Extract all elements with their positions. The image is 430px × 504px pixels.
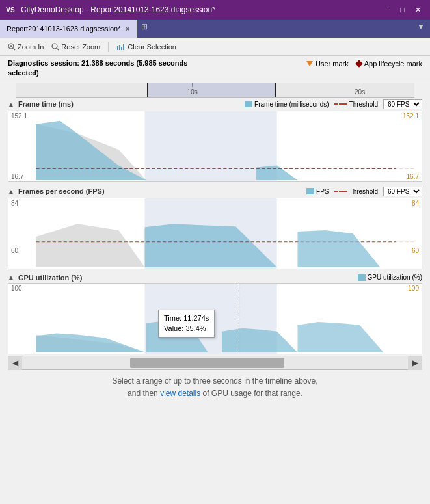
- fps-collapse[interactable]: ▲: [8, 188, 14, 195]
- scroll-right-button[interactable]: ▶: [408, 356, 422, 370]
- tab-diagsession[interactable]: Report20141013-1623.diagsession* ✕: [0, 20, 137, 38]
- tooltip-time: Time: 11.274s: [164, 313, 209, 324]
- tab-close-icon[interactable]: ✕: [125, 25, 130, 33]
- toolbar: Zoom In Reset Zoom Clear Selection: [0, 38, 430, 56]
- ruler-10s: 10s: [187, 83, 198, 96]
- user-mark-icon: [306, 61, 313, 66]
- frame-time-y-axis: 152.1 16.7: [8, 111, 34, 181]
- scroll-left-button[interactable]: ◀: [8, 356, 22, 370]
- timeline-ruler[interactable]: 10s 20s: [16, 83, 414, 98]
- close-button[interactable]: ✕: [411, 3, 425, 16]
- range-end-marker: [275, 83, 276, 97]
- ruler-tick: [192, 83, 193, 87]
- markers-legend: User mark App lifecycle mark: [306, 60, 422, 68]
- tooltip: Time: 11.274s Value: 35.4%: [158, 310, 215, 338]
- frame-time-y-axis-right: 152.1 16.7: [396, 111, 422, 181]
- svg-rect-7: [119, 45, 120, 50]
- y-top: 152.1: [11, 113, 32, 120]
- frame-time-legend: Frame time (milliseconds) Threshold 60 F…: [245, 99, 422, 109]
- svg-rect-9: [123, 44, 124, 50]
- vs-icon: VS: [5, 5, 16, 15]
- tab-bar: Report20141013-1623.diagsession* ✕ ⊞ ▼: [0, 20, 430, 38]
- y-bottom-right: 16.7: [398, 173, 419, 180]
- zoom-in-button[interactable]: Zoom In: [5, 42, 46, 52]
- zoom-in-icon: [8, 43, 16, 51]
- reset-zoom-icon: [51, 43, 59, 51]
- frame-time-svg: [8, 111, 422, 181]
- fps-y-top-right: 84: [398, 200, 419, 207]
- fps-color: [306, 188, 314, 194]
- y-bottom: 16.7: [11, 173, 32, 180]
- fps-select-fps[interactable]: 60 FPS: [383, 187, 422, 196]
- scroll-thumb[interactable]: [130, 358, 284, 368]
- gpu-collapse[interactable]: ▲: [8, 274, 14, 281]
- tab-dropdown-icon[interactable]: ▼: [412, 20, 430, 38]
- user-mark-legend: User mark: [306, 60, 349, 68]
- gpu-legend: GPU utilization (%): [358, 274, 422, 281]
- fps-legend-label: FPS: [316, 188, 329, 195]
- gpu-header: ▲ GPU utilization (%) GPU utilization (%…: [8, 272, 422, 283]
- session-info-line2: selected): [8, 68, 187, 78]
- fps-title: Frames per second (FPS): [18, 187, 105, 195]
- app-lifecycle-legend: App lifecycle mark: [356, 60, 422, 68]
- frame-time-legend-item: Frame time (milliseconds): [245, 101, 329, 108]
- svg-rect-6: [117, 46, 118, 50]
- chart-icon: [116, 44, 126, 50]
- scroll-track[interactable]: [22, 356, 408, 369]
- bottom-info: Select a range of up to three seconds in…: [0, 370, 430, 405]
- clear-selection-button[interactable]: Clear Selection: [114, 42, 179, 52]
- bottom-line2-pre: and then: [128, 389, 160, 398]
- fps-y-axis: 84 60: [8, 198, 34, 269]
- svg-point-4: [52, 44, 57, 49]
- bottom-line1: Select a range of up to three seconds in…: [13, 375, 417, 388]
- fps-y-60-right: 60: [412, 247, 419, 254]
- title-bar-controls: − □ ✕: [382, 3, 425, 16]
- toolbar-separator: [108, 42, 109, 52]
- zoom-in-label: Zoom In: [18, 43, 44, 51]
- info-bar: Diagnostics session: 21.388 seconds (5.9…: [0, 56, 430, 83]
- ruler-tick-2: [360, 83, 360, 87]
- fps-threshold-dash: [334, 191, 347, 192]
- tab-label: Report20141013-1623.diagsession*: [7, 25, 121, 33]
- fps-chart[interactable]: 84 60 84 60: [8, 198, 422, 269]
- user-mark-label: User mark: [316, 60, 349, 68]
- frame-time-color: [245, 101, 252, 107]
- frame-time-header: ▲ Frame time (ms) Frame time (millisecon…: [8, 98, 422, 111]
- range-start-marker: [147, 83, 148, 97]
- frame-time-section: ▲ Frame time (ms) Frame time (millisecon…: [8, 98, 422, 182]
- maximize-button[interactable]: □: [396, 3, 409, 16]
- fps-svg: [8, 198, 422, 269]
- fps-threshold-legend: Threshold: [334, 188, 378, 195]
- fps-threshold-label: Threshold: [349, 188, 378, 195]
- minimize-button[interactable]: −: [382, 3, 394, 16]
- tab-pin-icon[interactable]: ⊞: [137, 20, 152, 38]
- scrollbar: ◀ ▶: [8, 356, 422, 370]
- frame-time-legend-label: Frame time (milliseconds): [254, 101, 329, 108]
- gpu-color: [358, 274, 366, 281]
- view-details-link[interactable]: view details: [160, 389, 200, 398]
- title-bar-title: CityDemoDesktop - Report20141013-1623.di…: [21, 5, 377, 14]
- frame-time-title: Frame time (ms): [18, 100, 74, 108]
- gpu-legend-label: GPU utilization (%): [368, 274, 422, 281]
- frame-time-chart[interactable]: 152.1 16.7 152.1 16.7: [8, 111, 422, 182]
- ruler-10s-label: 10s: [187, 88, 198, 96]
- fps-section: ▲ Frames per second (FPS) FPS Threshold …: [8, 185, 422, 269]
- svg-line-1: [14, 48, 16, 50]
- frame-time-collapse[interactable]: ▲: [8, 101, 14, 108]
- bottom-line2: and then view details of GPU usage for t…: [13, 388, 417, 400]
- fps-select-frametime[interactable]: 60 FPS: [383, 99, 422, 109]
- fps-legend: FPS Threshold 60 FPS: [306, 187, 422, 196]
- gpu-y-top-right: 100: [398, 285, 419, 292]
- gpu-y-top: 100: [11, 285, 32, 292]
- fps-y-60: 60: [11, 247, 18, 254]
- gpu-chart[interactable]: 100 100 Time: 11.2: [8, 283, 422, 354]
- y-top-right: 152.1: [398, 113, 419, 120]
- bottom-line2-post: of GPU usage for that range.: [200, 389, 302, 398]
- reset-zoom-button[interactable]: Reset Zoom: [49, 42, 103, 52]
- gpu-legend-item: GPU utilization (%): [358, 274, 422, 281]
- gpu-y-axis-right: 100: [396, 284, 422, 354]
- gpu-y-axis: 100: [8, 284, 34, 354]
- fps-y-axis-right: 84 60: [396, 198, 422, 269]
- selected-range: [147, 83, 275, 97]
- threshold-legend-item: Threshold: [334, 101, 378, 108]
